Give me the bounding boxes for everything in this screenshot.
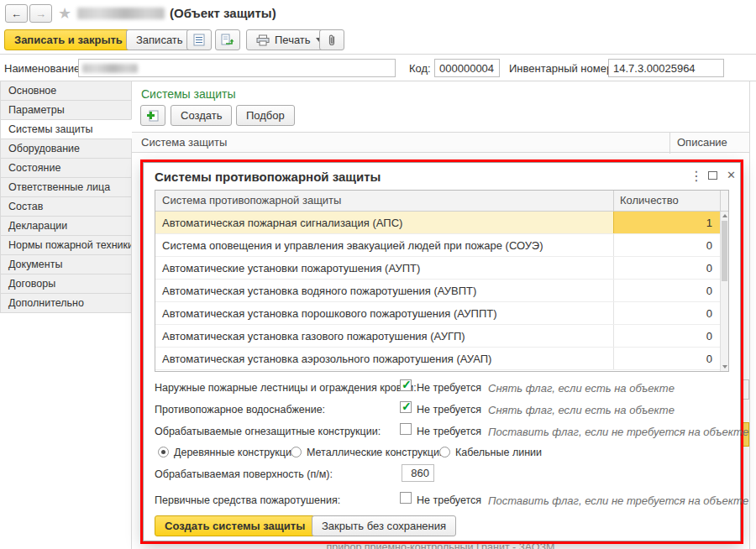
row-qty-cell[interactable]: 0 bbox=[613, 234, 720, 256]
row-qty-cell[interactable]: 0 bbox=[613, 325, 720, 347]
save-and-close-button[interactable]: Записать и закрыть bbox=[4, 29, 133, 50]
row-qty-cell[interactable]: 0 bbox=[613, 257, 720, 279]
save-button[interactable]: Записать bbox=[126, 29, 193, 50]
radio-wooden-label[interactable]: Деревянные конструкции bbox=[174, 447, 297, 458]
sidebar-item-label: Параметры bbox=[8, 104, 65, 116]
attachments-button[interactable] bbox=[319, 29, 344, 50]
surface-label: Обрабатываемая поверхность (п/м): bbox=[155, 468, 333, 480]
row-system-name[interactable]: Автоматическая установка аэрозольного по… bbox=[155, 348, 613, 369]
inventory-value: 14.7.3.00025964 bbox=[613, 62, 696, 75]
sidebar-item-label: Документы bbox=[8, 259, 62, 270]
protection-list-header: Система защиты Описание bbox=[132, 132, 749, 153]
list-view-button[interactable] bbox=[186, 29, 212, 50]
redacted-title bbox=[77, 8, 165, 19]
fireproof-constructions-checkbox-label: Не требуется bbox=[417, 426, 481, 437]
row-qty-cell[interactable]: 0 bbox=[613, 348, 720, 369]
background-table-row-text: прибор приемно-контрольный Гранит - 3АОЗ… bbox=[132, 541, 749, 549]
water-supply-hint: Снять флаг, если есть на объекте bbox=[488, 404, 675, 416]
radio-wooden-constructions[interactable] bbox=[158, 447, 169, 458]
row-system-name[interactable]: Автоматические установки пожаротушения (… bbox=[155, 257, 613, 279]
scrollbar-thumb[interactable] bbox=[722, 221, 727, 281]
table-row-augp[interactable]: Автоматическая установка газового пожаро… bbox=[155, 325, 720, 348]
sidebar-item-label: Состав bbox=[8, 201, 43, 212]
fire-protection-systems-dialog: Системы противопожарной защиты ⋮ ✕ Систе… bbox=[143, 162, 741, 541]
sidebar-item-label: Нормы пожарной техники bbox=[8, 239, 132, 251]
water-supply-checkbox[interactable] bbox=[400, 401, 412, 413]
podbor-label: Подбор bbox=[246, 109, 285, 122]
close-without-saving-button[interactable]: Закрыть без сохранения bbox=[312, 515, 456, 536]
row-system-name[interactable]: Автоматическая пожарная сигнализация (АП… bbox=[155, 212, 613, 233]
create-new-icon-button[interactable] bbox=[140, 105, 165, 126]
surface-input[interactable]: 860 bbox=[402, 464, 434, 482]
scroll-up-icon[interactable] bbox=[722, 214, 727, 217]
favorite-star-icon[interactable]: ★ bbox=[58, 4, 71, 23]
sidebar-item-parametry[interactable]: Параметры bbox=[0, 100, 132, 120]
column-divider bbox=[669, 133, 670, 154]
row-qty-cell[interactable]: 0 bbox=[613, 302, 720, 324]
sidebar-item-sostav[interactable]: Состав bbox=[0, 196, 132, 217]
print-label: Печать bbox=[275, 34, 311, 46]
row-qty-cell[interactable]: 1 bbox=[613, 212, 720, 233]
row-system-name[interactable]: Автоматическая установка газового пожаро… bbox=[155, 325, 613, 347]
row-system-name[interactable]: Система оповещения и управления эвакуаци… bbox=[155, 234, 613, 256]
window-title: (Объект защиты) bbox=[170, 6, 276, 20]
sidebar-item-label: Договоры bbox=[8, 278, 55, 290]
row-qty-cell[interactable]: 0 bbox=[613, 280, 720, 301]
sidebar-item-deklaratsii[interactable]: Декларации bbox=[0, 216, 132, 236]
section-title: Системы защиты bbox=[141, 87, 236, 101]
document-list-icon bbox=[193, 34, 205, 46]
table-row-auap[interactable]: Автоматическая установка аэрозольного по… bbox=[155, 348, 720, 370]
maximize-icon[interactable] bbox=[708, 171, 717, 180]
scroll-down-icon[interactable] bbox=[722, 365, 727, 369]
radio-metal-constructions[interactable] bbox=[291, 447, 302, 458]
row-system-name[interactable]: Автоматическая установка порошкового пож… bbox=[155, 302, 613, 324]
create-button[interactable]: Создать bbox=[171, 105, 232, 126]
fireproof-constructions-label: Обрабатываемые огнезащитные конструкции: bbox=[155, 426, 381, 437]
podbor-button[interactable]: Подбор bbox=[236, 105, 295, 126]
sidebar-item-dopolnitelno[interactable]: Дополнительно bbox=[0, 293, 132, 313]
ladders-checkbox[interactable] bbox=[400, 379, 412, 391]
primary-means-checkbox[interactable] bbox=[400, 492, 412, 504]
fireproof-constructions-hint: Поставить флаг, если не требуется на объ… bbox=[488, 426, 748, 438]
back-button[interactable]: ← bbox=[5, 4, 28, 23]
forward-button[interactable]: → bbox=[29, 4, 52, 23]
save-and-close-label: Записать и закрыть bbox=[14, 34, 123, 46]
table-row-soue[interactable]: Система оповещения и управления эвакуаци… bbox=[155, 234, 720, 257]
sidebar-item-dokumenty[interactable]: Документы bbox=[0, 254, 132, 274]
sidebar-item-sistemy-zashchity[interactable]: Системы защиты bbox=[0, 119, 132, 139]
sidebar-item-label: Ответственные лица bbox=[8, 181, 110, 193]
sidebar-item-label: Декларации bbox=[8, 220, 67, 232]
sidebar-item-sostoyanie[interactable]: Состояние bbox=[0, 158, 132, 178]
sidebar-item-normy-pozharnoy-tekhniki[interactable]: Нормы пожарной техники bbox=[0, 235, 132, 255]
row-system-name[interactable]: Автоматическая установка водяного пожаро… bbox=[155, 280, 613, 301]
fireproof-constructions-checkbox[interactable] bbox=[400, 423, 412, 435]
create-protection-systems-button[interactable]: Создать системы защиты bbox=[155, 515, 315, 536]
sidebar-item-osnovnoe[interactable]: Основное bbox=[0, 81, 132, 101]
radio-metal-label[interactable]: Металлические конструкции bbox=[307, 447, 445, 458]
radio-cable-lines[interactable] bbox=[439, 447, 450, 458]
name-input[interactable] bbox=[78, 59, 396, 77]
column-system: Система защиты bbox=[141, 136, 227, 149]
sidebar-item-dogovory[interactable]: Договоры bbox=[0, 274, 132, 294]
close-icon[interactable]: ✕ bbox=[727, 169, 736, 181]
table-row-auvpt[interactable]: Автоматическая установка водяного пожаро… bbox=[155, 280, 720, 302]
close-without-saving-label: Закрыть без сохранения bbox=[322, 520, 446, 532]
table-row-aupt[interactable]: Автоматические установки пожаротушения (… bbox=[155, 257, 720, 280]
table-scrollbar[interactable] bbox=[720, 212, 728, 371]
sidebar-item-otvetstvennye-litsa[interactable]: Ответственные лица bbox=[0, 177, 132, 197]
inventory-input[interactable]: 14.7.3.00025964 bbox=[608, 59, 724, 77]
code-input[interactable]: 000000004 bbox=[434, 59, 500, 77]
table-row-aps[interactable]: Автоматическая пожарная сигнализация (АП… bbox=[155, 212, 720, 234]
background-fragment bbox=[742, 379, 749, 400]
dialog-title: Системы противопожарной защиты bbox=[155, 170, 381, 184]
sidebar-item-oborudovanie[interactable]: Оборудование bbox=[0, 139, 132, 159]
fire-systems-table-header: Система противопожарной защиты Количеств… bbox=[155, 191, 728, 212]
radio-cable-label[interactable]: Кабельные линии bbox=[455, 447, 542, 458]
more-actions-icon[interactable]: ⋮ bbox=[690, 168, 703, 184]
document-structure-icon bbox=[221, 34, 234, 46]
surface-value: 860 bbox=[411, 467, 429, 479]
inventory-field-label: Инвентарный номер : bbox=[509, 62, 618, 75]
document-structure-button[interactable] bbox=[215, 29, 240, 50]
ladders-label: Наружные пожарные лестницы и ограждения … bbox=[155, 382, 417, 394]
table-row-auppt[interactable]: Автоматическая установка порошкового пож… bbox=[155, 302, 720, 325]
